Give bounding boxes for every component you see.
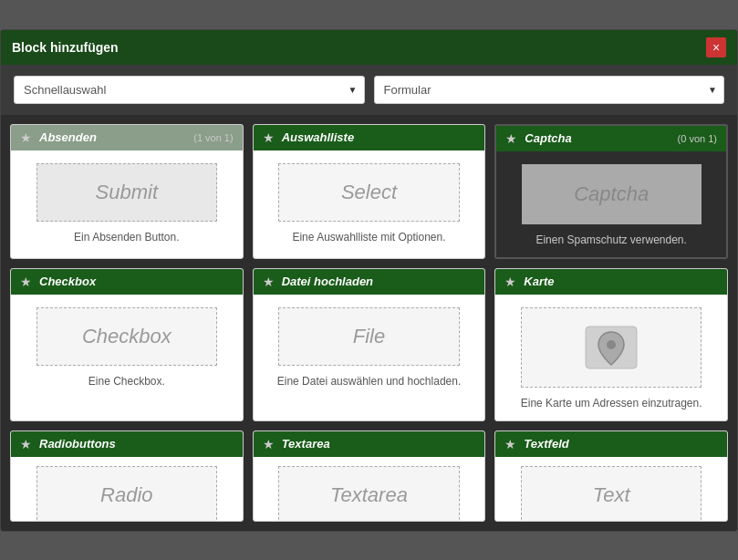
card-textfeld[interactable]: ★ Textfeld Text — [494, 430, 728, 522]
star-icon-textfeld: ★ — [504, 437, 516, 451]
card-title-checkbox: Checkbox — [39, 275, 234, 288]
preview-checkbox: Checkbox — [36, 307, 218, 366]
preview-text-absenden: Submit — [96, 181, 158, 204]
quick-select-wrap: Schnellauswahl — [14, 76, 365, 104]
card-body-textarea: Textarea — [254, 457, 485, 522]
card-desc-absenden: Ein Absenden Button. — [74, 231, 179, 244]
card-textarea[interactable]: ★ Textarea Textarea — [253, 430, 486, 522]
card-header-karte[interactable]: ★ Karte — [495, 269, 727, 295]
preview-textarea: Textarea — [278, 466, 460, 522]
star-icon-absenden: ★ — [20, 130, 32, 145]
card-desc-datei: Eine Datei auswählen und hochladen. — [277, 375, 461, 388]
preview-text-textarea: Textarea — [330, 483, 408, 507]
card-header-textfeld[interactable]: ★ Textfeld — [495, 431, 727, 457]
star-icon-karte: ★ — [504, 275, 516, 289]
star-icon-checkbox: ★ — [20, 275, 32, 289]
card-body-checkbox: Checkbox Eine Checkbox. — [11, 295, 243, 399]
category-dropdown[interactable]: Formular Layout Text Media — [374, 76, 725, 104]
card-body-textfeld: Text — [495, 457, 727, 522]
category-select-wrap: Formular Layout Text Media — [374, 76, 725, 104]
block-grid: ★ Absenden (1 von 1) Submit Ein Absenden… — [1, 115, 737, 531]
preview-textfeld: Text — [521, 466, 702, 522]
card-desc-karte: Eine Karte um Adressen einzutragen. — [521, 397, 702, 410]
preview-radiobuttons: Radio — [36, 466, 218, 522]
star-icon-radiobuttons: ★ — [20, 437, 32, 451]
preview-text-radiobuttons: Radio — [100, 483, 152, 507]
card-desc-checkbox: Eine Checkbox. — [88, 375, 165, 388]
preview-text-textfeld: Text — [593, 483, 630, 507]
card-title-radiobuttons: Radiobuttons — [39, 437, 234, 451]
card-header-captcha[interactable]: ★ Captcha (0 von 1) — [496, 126, 726, 151]
star-icon-auswahlliste: ★ — [263, 130, 275, 145]
card-title-captcha: Captcha — [525, 131, 670, 145]
svg-point-1 — [607, 340, 616, 349]
card-body-radiobuttons: Radio — [11, 457, 243, 522]
card-captcha[interactable]: ★ Captcha (0 von 1) Captcha Einen Spamsc… — [494, 124, 728, 259]
preview-captcha: Captcha — [522, 164, 702, 224]
card-header-radiobuttons[interactable]: ★ Radiobuttons — [11, 431, 243, 457]
card-count-captcha: (0 von 1) — [678, 133, 717, 144]
card-body-karte: Eine Karte um Adressen einzutragen. — [495, 295, 727, 420]
star-icon-captcha: ★ — [505, 131, 517, 146]
add-block-modal: Block hinzufügen × Schnellauswahl Formul… — [0, 29, 738, 532]
preview-text-datei: File — [353, 325, 385, 348]
card-body-datei: File Eine Datei auswählen und hochladen. — [254, 295, 485, 399]
card-title-auswahlliste: Auswahlliste — [282, 130, 476, 144]
preview-auswahlliste: Select — [278, 163, 460, 222]
card-header-textarea[interactable]: ★ Textarea — [254, 431, 485, 457]
preview-karte — [521, 307, 702, 388]
preview-text-auswahlliste: Select — [341, 181, 397, 204]
card-body-absenden: Submit Ein Absenden Button. — [11, 150, 243, 254]
preview-absenden: Submit — [36, 163, 218, 222]
card-count-absenden: (1 von 1) — [193, 132, 233, 143]
card-title-textarea: Textarea — [282, 437, 476, 451]
card-title-textfeld: Textfeld — [524, 437, 718, 451]
card-header-auswahlliste[interactable]: ★ Auswahlliste — [254, 125, 485, 150]
card-body-auswahlliste: Select Eine Auswahlliste mit Optionen. — [254, 150, 485, 254]
card-datei[interactable]: ★ Datei hochladen File Eine Datei auswäh… — [253, 268, 486, 421]
card-radiobuttons[interactable]: ★ Radiobuttons Radio — [10, 430, 244, 522]
card-header-datei[interactable]: ★ Datei hochladen — [254, 269, 485, 295]
star-icon-datei: ★ — [263, 275, 275, 289]
card-checkbox[interactable]: ★ Checkbox Checkbox Eine Checkbox. — [10, 268, 244, 421]
card-body-captcha: Captcha Einen Spamschutz verwenden. — [496, 151, 726, 257]
quick-select-dropdown[interactable]: Schnellauswahl — [14, 76, 365, 104]
card-header-checkbox[interactable]: ★ Checkbox — [11, 269, 243, 295]
card-title-datei: Datei hochladen — [282, 275, 476, 288]
toolbar: Schnellauswahl Formular Layout Text Medi… — [1, 65, 737, 115]
card-title-karte: Karte — [524, 275, 718, 288]
card-desc-captcha: Einen Spamschutz verwenden. — [535, 233, 686, 246]
preview-datei: File — [278, 307, 460, 366]
modal-header: Block hinzufügen × — [1, 30, 737, 65]
star-icon-textarea: ★ — [263, 437, 275, 451]
card-auswahlliste[interactable]: ★ Auswahlliste Select Eine Auswahlliste … — [253, 124, 486, 259]
card-title-absenden: Absenden — [39, 130, 186, 144]
preview-text-checkbox: Checkbox — [82, 325, 172, 348]
map-icon — [584, 325, 639, 370]
close-button[interactable]: × — [706, 37, 726, 57]
modal-title: Block hinzufügen — [12, 40, 119, 55]
card-desc-auswahlliste: Eine Auswahlliste mit Optionen. — [292, 231, 445, 244]
preview-text-captcha: Captcha — [574, 182, 649, 206]
card-header-absenden[interactable]: ★ Absenden (1 von 1) — [11, 125, 243, 150]
card-karte[interactable]: ★ Karte Eine Karte um Adressen einzutrag… — [494, 268, 728, 421]
card-absenden[interactable]: ★ Absenden (1 von 1) Submit Ein Absenden… — [10, 124, 244, 259]
